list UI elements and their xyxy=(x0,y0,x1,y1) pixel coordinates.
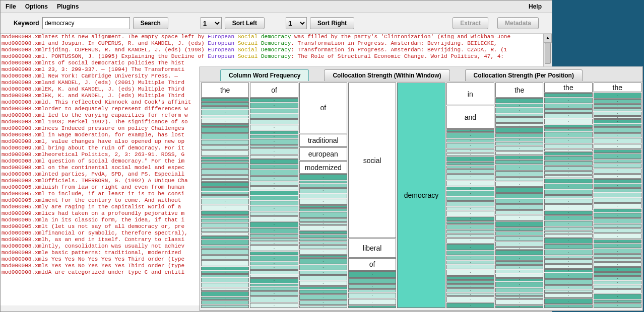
mosaic-filler: · xyxy=(495,261,543,265)
mosaic-filler: · xyxy=(201,127,249,133)
mosaic-filler: · xyxy=(544,132,592,137)
mosaic-cell[interactable]: and xyxy=(446,106,494,128)
mosaic-filler: · xyxy=(250,103,298,108)
concordance-row[interactable]: mod000008.xml and Jospin. In CUPERUS, R.… xyxy=(1,40,552,47)
tab-collocation-window[interactable]: Collocation Strength (Within Window) xyxy=(324,69,449,81)
mosaic-filler: · xyxy=(544,171,592,174)
mosaic-filler: · xyxy=(594,124,641,127)
extract-button[interactable]: Extract xyxy=(453,17,488,29)
mosaic-filler: · xyxy=(594,198,641,203)
sort-right-num[interactable]: 1 xyxy=(286,17,307,29)
menu-help[interactable]: Help xyxy=(527,3,544,11)
mosaic-cell[interactable]: in xyxy=(446,83,494,105)
mosaic-filler: · xyxy=(446,166,494,169)
mosaic-filler: · xyxy=(250,191,298,195)
mosaic-filler: · xyxy=(201,140,249,145)
mosaic-filler: · xyxy=(544,238,592,244)
mosaic-filler: · xyxy=(544,234,592,237)
mosaic-filler: · xyxy=(446,238,494,244)
mosaic-cell[interactable]: modernized xyxy=(299,161,347,174)
mosaic-filler: · xyxy=(495,296,543,299)
mosaic-cell[interactable]: of xyxy=(250,83,298,98)
mosaic-filler: · xyxy=(495,227,543,231)
mosaic-filler: · xyxy=(495,155,543,160)
mosaic-filler: · xyxy=(446,162,494,165)
scrollbar-thumb[interactable] xyxy=(545,43,551,64)
mosaic-filler: · xyxy=(250,135,298,138)
mosaic-filler: · xyxy=(250,139,298,145)
keyword-input[interactable] xyxy=(42,17,130,29)
mosaic-filler: · xyxy=(299,194,347,198)
mosaic-filler: · xyxy=(250,245,298,251)
mosaic-filler: · xyxy=(201,175,249,178)
metadata-button[interactable]: Metadata xyxy=(497,17,539,29)
tab-column-word-frequency[interactable]: Column Word Frequency xyxy=(220,69,309,81)
mosaic-column: democracy xyxy=(397,83,445,308)
mosaic-filler: · xyxy=(348,278,396,284)
concordance-row[interactable]: mod000008.xml. PONTUSSON, J. (1995) Expl… xyxy=(1,53,552,60)
mosaic-filler: · xyxy=(594,218,641,224)
mosaic-filler: · xyxy=(495,247,543,250)
mosaic-cell[interactable]: the xyxy=(201,83,249,98)
mosaic-grid: the·····································… xyxy=(200,82,642,309)
mosaic-filler: · xyxy=(594,300,641,303)
mosaic-filler: · xyxy=(544,199,592,204)
mosaic-filler: · xyxy=(201,199,249,204)
mosaic-filler: · xyxy=(495,265,543,269)
mosaic-filler: · xyxy=(446,244,494,250)
concordance-row[interactable]: mod000008.xmlates this new alignment. Th… xyxy=(1,34,552,40)
mosaic-filler: · xyxy=(495,305,543,308)
sort-left-num[interactable]: 1 xyxy=(201,17,222,29)
mosaic-filler: · xyxy=(299,225,347,230)
sort-left-button[interactable]: Sort Left xyxy=(225,17,265,29)
mosaic-filler: · xyxy=(299,271,347,275)
mosaic-filler: · xyxy=(495,114,543,117)
mosaic-filler: · xyxy=(495,104,543,107)
search-button[interactable]: Search xyxy=(133,17,168,29)
scroll-up-icon[interactable]: ▲ xyxy=(544,34,552,43)
mosaic-filler: · xyxy=(495,204,543,210)
mosaic-cell[interactable]: of xyxy=(299,83,347,133)
mosaic-filler: · xyxy=(495,187,543,193)
mosaic-filler: · xyxy=(544,166,592,171)
mosaic-filler: · xyxy=(495,151,543,154)
mosaic-filler: · xyxy=(446,181,494,186)
mosaic-cell[interactable]: social xyxy=(348,83,396,238)
mosaic-filler: · xyxy=(544,98,592,104)
mosaic-filler: · xyxy=(594,160,641,163)
mosaic-cell[interactable]: liberal xyxy=(348,239,396,257)
mosaic-filler: · xyxy=(201,305,249,308)
mosaic-column: the·····································… xyxy=(495,83,543,308)
mosaic-cell[interactable]: democracy xyxy=(397,83,445,308)
menu-file[interactable]: File xyxy=(4,3,18,11)
menu-plugins[interactable]: Plugins xyxy=(55,3,81,11)
mosaic-filler: · xyxy=(299,286,347,290)
mosaic-cell[interactable]: european xyxy=(299,147,347,161)
mosaic-cell[interactable]: traditional xyxy=(299,134,347,147)
mosaic-filler: · xyxy=(495,250,543,255)
mosaic-filler: · xyxy=(299,181,347,184)
mosaic-filler: · xyxy=(544,273,592,279)
mosaic-filler: · xyxy=(201,116,249,118)
mosaic-filler: · xyxy=(594,133,641,137)
mosaic-filler: · xyxy=(250,275,298,278)
sort-right-button[interactable]: Sort Right xyxy=(310,17,354,29)
mosaic-cell[interactable]: the xyxy=(495,83,543,98)
mosaic-filler: · xyxy=(495,282,543,287)
mosaic-filler: · xyxy=(250,186,298,190)
mosaic-filler: · xyxy=(201,215,249,218)
mosaic-filler: · xyxy=(495,123,543,127)
mosaic-filler: · xyxy=(250,303,298,308)
mosaic-filler: · xyxy=(201,223,249,227)
mosaic-cell[interactable]: the xyxy=(544,83,592,93)
mosaic-filler: · xyxy=(250,145,298,148)
mosaic-filler: · xyxy=(446,174,494,180)
mosaic-filler: · xyxy=(446,217,494,220)
concordance-row[interactable]: mod000008.xmlnts of social democratic po… xyxy=(1,60,552,66)
concordance-row[interactable]: mod000008.xmlrijding. CUPERUS, R. and KA… xyxy=(1,47,552,53)
tab-collocation-position[interactable]: Collocation Strength (Per Position) xyxy=(465,69,583,81)
mosaic-cell[interactable]: the xyxy=(594,83,641,92)
mosaic-filler: · xyxy=(299,222,347,225)
menu-options[interactable]: Options xyxy=(23,3,50,11)
mosaic-cell[interactable]: of xyxy=(348,258,396,271)
